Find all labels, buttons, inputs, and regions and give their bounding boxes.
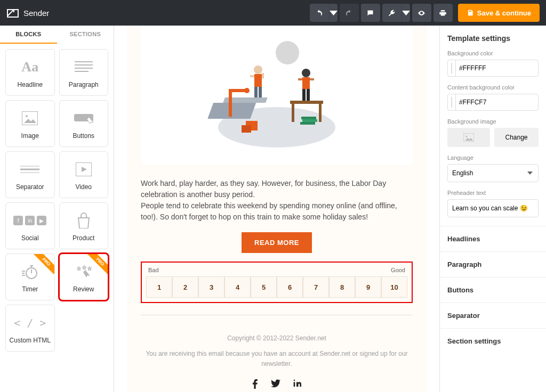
svg-point-37: [244, 88, 250, 93]
settings-title: Template settings: [447, 34, 539, 43]
comment-button[interactable]: [361, 4, 380, 22]
undo-button[interactable]: [310, 4, 329, 22]
block-product[interactable]: Product: [59, 202, 109, 249]
block-separator[interactable]: Separator: [5, 151, 55, 198]
facebook-icon[interactable]: [252, 379, 258, 389]
svg-rect-36: [229, 89, 245, 92]
rating-5[interactable]: 5: [251, 276, 277, 298]
tab-blocks[interactable]: BLOCKS: [0, 26, 57, 44]
save-label: Save & continue: [477, 9, 531, 17]
language-label: Language: [447, 154, 539, 161]
chat-icon: [366, 9, 374, 17]
preheader-label: Preheader text: [447, 190, 539, 196]
rating-1[interactable]: 1: [146, 276, 172, 298]
rating-block[interactable]: Bad Good 1 2 3 4 5 6 7 8 9 10: [141, 262, 413, 303]
block-headline[interactable]: AaHeadline: [5, 49, 55, 96]
svg-point-21: [302, 69, 310, 77]
svg-rect-32: [262, 73, 264, 78]
twitter-icon[interactable]: [271, 379, 280, 388]
preview-button[interactable]: [412, 4, 431, 22]
content-bg-input[interactable]: [455, 94, 539, 110]
email-canvas[interactable]: Work hard, play harder, as they say. How…: [114, 26, 439, 392]
svg-rect-40: [301, 117, 316, 119]
section-buttons[interactable]: Buttons: [440, 277, 546, 303]
tab-sections[interactable]: SECTIONS: [57, 26, 114, 44]
redo-button[interactable]: [340, 4, 359, 22]
print-icon: [439, 9, 447, 17]
footer-copyright: Copyright © 2012-2022 Sender.net: [141, 333, 413, 344]
rating-3[interactable]: 3: [198, 276, 224, 298]
svg-rect-29: [254, 87, 258, 97]
language-select[interactable]: English: [447, 164, 539, 182]
caret-down-icon: [402, 9, 410, 17]
block-paragraph[interactable]: Paragraph: [59, 49, 109, 96]
rating-label-high: Good: [391, 267, 405, 273]
section-section-settings[interactable]: Section settings: [440, 328, 546, 354]
bg-color-input[interactable]: [455, 60, 539, 76]
email-paragraph-1: Work hard, play harder, as they say. How…: [141, 178, 413, 200]
svg-point-44: [466, 136, 468, 137]
print-button[interactable]: [433, 4, 453, 22]
section-separator[interactable]: Separator: [440, 303, 546, 328]
rating-label-low: Bad: [148, 267, 159, 273]
block-review[interactable]: Review: [59, 254, 109, 300]
preheader-input[interactable]: [447, 199, 539, 217]
rating-7[interactable]: 7: [303, 276, 329, 298]
tools-dropdown[interactable]: [402, 4, 410, 22]
video-icon: [76, 162, 92, 176]
facebook-icon: f: [13, 216, 23, 225]
rating-8[interactable]: 8: [329, 276, 355, 298]
block-buttons[interactable]: Buttons: [59, 100, 109, 147]
pro-badge: [31, 254, 54, 277]
rating-2[interactable]: 2: [172, 276, 198, 298]
bag-icon: [76, 213, 91, 228]
svg-rect-30: [259, 87, 262, 97]
svg-rect-28: [254, 74, 262, 87]
block-social[interactable]: fin▶Social: [5, 202, 55, 249]
content-bg-label: Content background color: [447, 84, 539, 91]
svg-rect-41: [302, 119, 317, 122]
block-timer[interactable]: Timer: [5, 254, 55, 300]
svg-rect-23: [302, 89, 306, 101]
linkedin-icon[interactable]: [293, 379, 302, 388]
tools-button[interactable]: [382, 4, 402, 22]
read-more-button[interactable]: READ MORE: [242, 232, 312, 253]
svg-point-27: [254, 66, 262, 74]
svg-point-6: [26, 115, 28, 117]
bgimg-preview[interactable]: [447, 128, 490, 147]
content-bg-field[interactable]: [447, 94, 539, 111]
image-icon: [22, 111, 38, 125]
bg-color-field[interactable]: [447, 60, 539, 77]
block-video[interactable]: Video: [59, 151, 109, 198]
undo-dropdown[interactable]: [329, 4, 338, 22]
svg-rect-35: [229, 90, 232, 117]
redo-icon: [345, 9, 353, 17]
topbar: Sender Save & continue: [0, 0, 546, 26]
change-bgimg-button[interactable]: Change: [494, 128, 539, 147]
bg-color-swatch[interactable]: [451, 63, 452, 74]
separator-icon: [20, 165, 39, 174]
rating-10[interactable]: 10: [381, 276, 407, 298]
caret-down-icon: [330, 9, 338, 17]
email-paragraph-2: People tend to celebrate this weekend by…: [141, 200, 413, 223]
section-paragraph[interactable]: Paragraph: [440, 251, 546, 277]
youtube-icon: ▶: [37, 216, 46, 225]
block-image[interactable]: Image: [5, 100, 55, 147]
rating-9[interactable]: 9: [355, 276, 381, 298]
svg-rect-20: [319, 104, 322, 122]
content-bg-swatch[interactable]: [451, 97, 452, 108]
hero-illustration: [141, 26, 413, 165]
section-headlines[interactable]: Headlines: [440, 226, 546, 251]
eye-icon: [417, 9, 425, 17]
linkedin-icon: in: [25, 216, 35, 225]
block-custom-html[interactable]: < / >Custom HTML: [5, 305, 55, 352]
brand-logo: Sender: [6, 6, 49, 19]
settings-panel: Template settings Background color Conte…: [439, 26, 546, 392]
bgimg-label: Background image: [447, 118, 539, 125]
svg-rect-24: [307, 89, 310, 101]
rating-6[interactable]: 6: [277, 276, 303, 298]
code-icon: < / >: [14, 316, 46, 329]
rating-4[interactable]: 4: [224, 276, 251, 298]
svg-rect-18: [290, 101, 323, 104]
save-continue-button[interactable]: Save & continue: [458, 4, 540, 22]
